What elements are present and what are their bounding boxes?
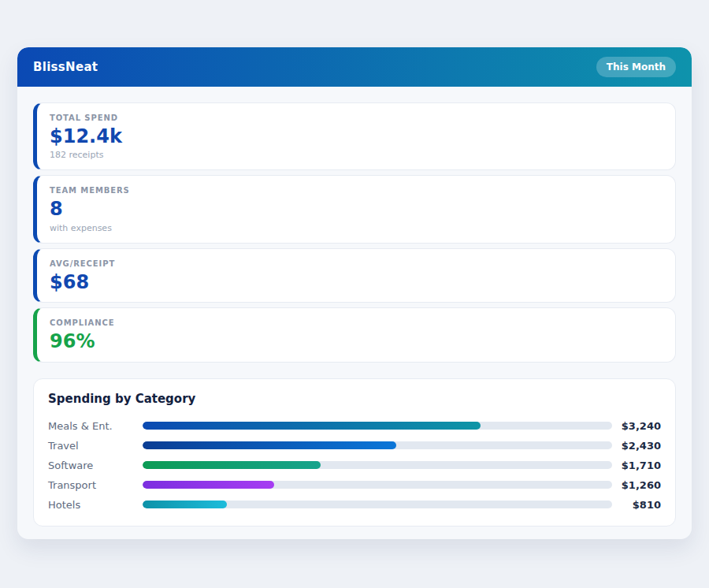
stat-label: TOTAL SPEND — [50, 114, 663, 122]
stat-label: AVG/RECEIPT — [50, 259, 663, 268]
category-bar-fill — [143, 481, 274, 489]
category-bar-track — [143, 501, 612, 508]
category-bar-track — [143, 481, 612, 489]
stat-subtext: with expenses — [50, 223, 663, 233]
period-badge[interactable]: This Month — [596, 57, 676, 77]
category-value: $3,240 — [612, 420, 661, 432]
stat-value: 8 — [50, 199, 663, 219]
category-label: Transport — [48, 479, 143, 491]
stats-list: TOTAL SPEND $12.4k 182 receipts TEAM MEM… — [33, 102, 676, 363]
category-row: Software $1,710 — [48, 456, 661, 475]
spending-by-category-card: Spending by Category Meals & Ent. $3,240… — [33, 378, 676, 527]
category-value: $1,260 — [612, 479, 661, 491]
expense-dashboard-panel: BlissNeat This Month TOTAL SPEND $12.4k … — [17, 47, 692, 539]
category-label: Hotels — [48, 499, 143, 511]
stat-subtext: 182 receipts — [50, 150, 663, 160]
category-value: $2,430 — [612, 440, 661, 452]
stat-card: TOTAL SPEND $12.4k 182 receipts — [33, 102, 676, 170]
category-value: $810 — [612, 499, 661, 511]
app-title: BlissNeat — [33, 60, 98, 74]
category-row: Meals & Ent. $3,240 — [48, 416, 661, 436]
category-value: $1,710 — [612, 460, 661, 471]
category-bar-track — [143, 441, 612, 449]
panel-body: TOTAL SPEND $12.4k 182 receipts TEAM MEM… — [17, 87, 692, 539]
category-label: Software — [48, 460, 143, 471]
category-bar-fill — [143, 501, 227, 508]
stat-label: COMPLIANCE — [50, 318, 663, 327]
category-label: Meals & Ent. — [48, 420, 143, 432]
category-label: Travel — [48, 440, 143, 452]
stat-value: 96% — [50, 331, 663, 352]
category-bar-fill — [143, 422, 481, 430]
stat-card: AVG/RECEIPT $68 — [33, 248, 676, 303]
category-row: Hotels $810 — [48, 495, 661, 515]
category-bar-track — [143, 422, 612, 430]
app-header: BlissNeat This Month — [17, 47, 692, 87]
category-row: Transport $1,260 — [48, 475, 661, 495]
stat-value: $68 — [50, 272, 663, 292]
stat-value: $12.4k — [50, 126, 663, 147]
category-bar-fill — [143, 461, 321, 469]
stat-card: COMPLIANCE 96% — [33, 307, 676, 362]
category-bar-track — [143, 461, 612, 469]
spending-title: Spending by Category — [48, 392, 661, 406]
stat-card: TEAM MEMBERS 8 with expenses — [33, 175, 676, 243]
category-bar-fill — [143, 441, 396, 449]
category-row: Travel $2,430 — [48, 436, 661, 456]
category-bars-list: Meals & Ent. $3,240 Travel $2,430 Softwa… — [48, 416, 661, 515]
stat-label: TEAM MEMBERS — [50, 186, 663, 195]
